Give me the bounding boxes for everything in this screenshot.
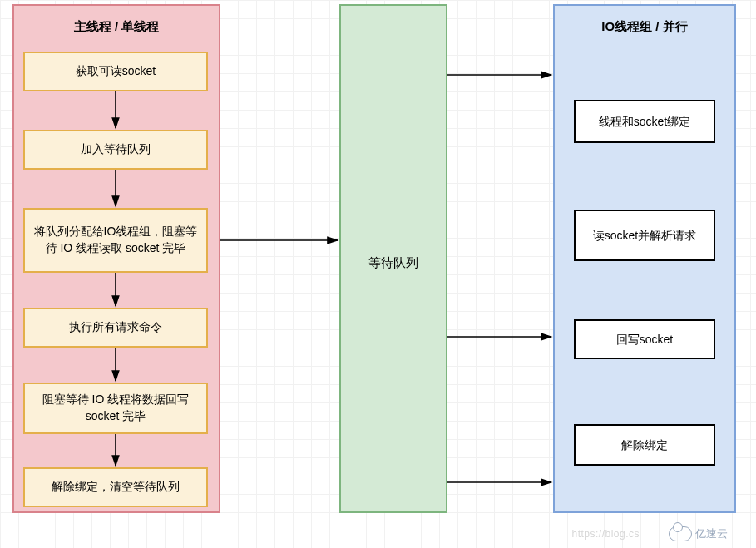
- watermark-url: https://blog.cs: [571, 528, 640, 540]
- cloud-icon: [669, 526, 692, 541]
- lane-main-title: 主线程 / 单线程: [14, 19, 219, 35]
- io-unbind: 解除绑定: [574, 424, 715, 466]
- io-bind-socket: 线程和socket绑定: [574, 100, 715, 143]
- step-execute-commands: 执行所有请求命令: [23, 308, 208, 348]
- watermark-brand-text: 亿速云: [695, 526, 728, 541]
- lane-queue: 等待队列: [339, 4, 447, 513]
- queue-label: 等待队列: [368, 255, 418, 271]
- io-write-socket: 回写socket: [574, 319, 715, 359]
- watermark-brand: 亿速云: [669, 526, 728, 541]
- lane-io-title: IO线程组 / 并行: [555, 19, 734, 35]
- step-enqueue: 加入等待队列: [23, 130, 208, 170]
- step-dispatch-block-read: 将队列分配给IO线程组，阻塞等待 IO 线程读取 socket 完毕: [23, 208, 208, 273]
- step-block-writeback: 阻塞等待 IO 线程将数据回写 socket 完毕: [23, 383, 208, 434]
- diagram-stage: 主线程 / 单线程 等待队列 IO线程组 / 并行 获取可读socket 加入等…: [0, 0, 756, 548]
- io-read-parse: 读socket并解析请求: [574, 210, 715, 261]
- step-unbind-clear: 解除绑定，清空等待队列: [23, 467, 208, 507]
- step-get-readable-socket: 获取可读socket: [23, 52, 208, 91]
